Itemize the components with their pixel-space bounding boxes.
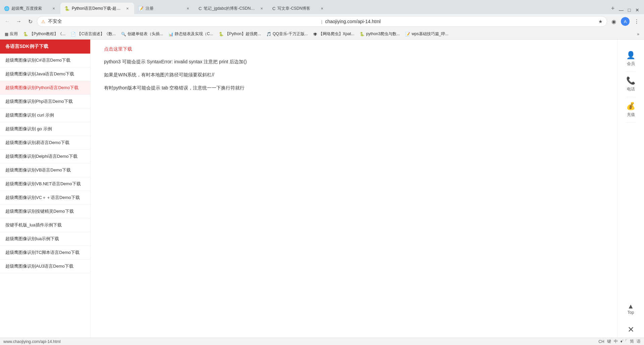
tab-title-tab1: 超级鹰_百度搜索 [11,6,49,11]
bookmark-item-7[interactable]: 🕷 【网络爬虫】Xpat... [311,30,357,38]
sidebar-item-7[interactable]: 超级鹰图像识别Delphi语言Demo下载 [0,150,90,163]
sidebar-item-9[interactable]: 超级鹰图像识别VB.NET语言Demo下载 [0,177,90,191]
page-content: 各语言SDK例子下载 超级鹰图像识别C#语言Demo下载超级鹰图像识别Java语… [0,40,644,338]
sidebar-item-3[interactable]: 超级鹰图像识别Php语言Demo下载 [0,95,90,109]
more-menu-icon[interactable]: ⋮ [632,17,641,26]
sidebar-item-0[interactable]: 超级鹰图像识别C#语言Demo下载 [0,54,90,67]
download-link[interactable]: 点击这里下载 [104,46,132,52]
tab-close-tab4[interactable]: ✕ [259,6,264,11]
bookmark-item-9[interactable]: 📝 wps基础技巧篇_哔... [403,30,450,38]
avatar[interactable]: A [621,17,630,26]
tab-tab2[interactable]: 🐍 Python语言Demo下载-超级鹰... ✕ [60,3,134,14]
sidebar-item-1[interactable]: 超级鹰图像识别Java语言Demo下载 [0,67,90,81]
tab-close-tab5[interactable]: ✕ [319,6,325,11]
bookmark-item-3[interactable]: 🔍 创建单链表（头插... [119,30,165,38]
sidebar-header: 各语言SDK例子下载 [0,40,90,54]
rs-icon-1: 📞 [626,76,635,85]
paragraph-1: 如果是WIN系统，有时本地图片路径可能须要双斜杠// [104,71,604,79]
bookmark-label-6: QQ音乐-千万正版... [273,31,308,37]
rs-item-1[interactable]: 📞 电话 [626,72,635,97]
rs-item-2[interactable]: 💰 充值 [626,97,635,123]
sidebar-item-10[interactable]: 超级鹰图像识别VC＋＋语言Demo下载 [0,191,90,205]
bookmarks-bar: ▦ 应用 🐍 【Python教程】《... 📄 【C语言描述】《数... 🔍 创… [0,29,644,40]
tab-bar: 🌐 超级鹰_百度搜索 ✕ 🐍 Python语言Demo下载-超级鹰... ✕ 📝… [0,0,644,14]
tab-favicon-tab2: 🐍 [64,6,70,11]
top-button[interactable]: ▲ Top [624,299,638,318]
bookmark-favicon-5: 🐍 [219,32,224,37]
tab-tab3[interactable]: 📝 注册 ✕ [134,3,195,14]
sidebar-item-15[interactable]: 超级鹰图像识别AU3语言Demo下载 [0,260,90,273]
rs-close-button[interactable]: ✕ [628,325,634,334]
close-button[interactable]: ✕ [635,7,640,13]
top-arrow-icon: ▲ [628,302,634,310]
sidebar-item-12[interactable]: 按键手机版_lua插件示例下载 [0,218,90,232]
tab-tab5[interactable]: C 写文章-CSDN博客 ✕ [268,3,329,14]
profile-icon[interactable]: A [621,17,630,26]
bookmark-favicon-4: 📊 [168,32,173,37]
status-right: CH 键 中 ♦'「 简 语 [598,339,641,344]
tab-favicon-tab3: 📝 [138,6,144,11]
bookmark-favicon-9: 📝 [405,32,410,37]
sidebar-item-5[interactable]: 超级鹰图像识别 go 示例 [0,122,90,136]
paragraphs-container: python3 可能会提示 SyntaxError: invalid synta… [104,58,604,92]
extensions-icon[interactable]: ◉ [609,17,619,26]
bookmark-item-2[interactable]: 📄 【C语言描述】《数... [69,30,118,38]
sidebar-item-11[interactable]: 超级鹰图像识别按键精灵Demo下载 [0,205,90,218]
paragraph-0: python3 可能会提示 SyntaxError: invalid synta… [104,58,604,66]
bookmark-label-8: python3爬虫与数... [366,31,400,37]
sidebar-item-4[interactable]: 超级鹰图像识别 curl 示例 [0,109,90,122]
address-box[interactable]: ⚠ 不安全 | chaojiying.com/api-14.html ★ [37,16,607,27]
tab-tab4[interactable]: C 笔记_jgdabc的博客-CSDN博客 ✕ [195,3,268,14]
browser-chrome: 🌐 超级鹰_百度搜索 ✕ 🐍 Python语言Demo下载-超级鹰... ✕ 📝… [0,0,644,40]
tab-favicon-tab5: C [272,6,275,11]
tab-favicon-tab1: 🌐 [4,6,9,11]
bookmark-label-2: 【C语言描述】《数... [77,31,116,37]
sidebar-item-2[interactable]: 超级鹰图像识别Python语言Demo下载 [0,81,90,95]
top-label: Top [628,310,634,315]
bookmark-item-1[interactable]: 🐍 【Python教程】《... [21,30,67,38]
bookmark-item-6[interactable]: 🎵 QQ音乐-千万正版... [264,30,310,38]
bookmark-label-1: 【Python教程】《... [30,31,65,37]
bookmark-favicon-3: 🔍 [121,32,126,37]
status-url: www.chaojiying.com/api-14.html [3,339,61,344]
right-sidebar: 👤 会员 📞 电话 💰 充值 ▲ Top ✕ [617,40,644,338]
tab-close-tab3[interactable]: ✕ [185,6,191,11]
bookmark-favicon-0: ▦ [5,32,8,37]
rs-label-2: 充值 [627,112,635,118]
sidebar-item-6[interactable]: 超级鹰图像识别易语言Demo下载 [0,136,90,150]
bookmark-item-5[interactable]: 🐍 【Python】超强爬... [217,30,263,38]
bookmark-favicon-1: 🐍 [23,32,28,37]
bookmark-label-5: 【Python】超强爬... [225,31,261,37]
sidebar-item-13[interactable]: 超级鹰图像识别lua示例下载 [0,232,90,246]
new-tab-button[interactable]: + [607,3,619,14]
tab-favicon-tab4: C [199,6,202,11]
security-icon: ⚠ [41,19,45,24]
tab-title-tab5: 写文章-CSDN博客 [277,6,317,11]
bookmark-favicon-2: 📄 [71,32,76,37]
bookmarks-more[interactable]: » [635,31,641,37]
bookmark-item-8[interactable]: 🐍 python3爬虫与数... [358,30,402,38]
minimize-button[interactable]: — [619,7,624,13]
security-label: 不安全 [48,18,319,24]
sidebar-item-14[interactable]: 超级鹰图像识别TC脚本语言Demo下载 [0,246,90,260]
bookmark-label-4: 静态链表及实现（C... [175,31,213,37]
bookmark-item-4[interactable]: 📊 静态链表及实现（C... [166,30,215,38]
rs-icon-0: 👤 [626,51,635,60]
tab-close-tab1[interactable]: ✕ [51,6,56,11]
rs-label-0: 会员 [627,61,635,67]
tab-tab1[interactable]: 🌐 超级鹰_百度搜索 ✕ [0,3,60,14]
maximize-button[interactable]: □ [627,7,632,13]
bookmark-label-3: 创建单链表（头插... [127,31,163,37]
address-icons: ★ [598,19,603,24]
reload-button[interactable]: ↻ [25,17,35,26]
rs-items-container: 👤 会员 📞 电话 💰 充值 [626,46,635,123]
sidebar-item-8[interactable]: 超级鹰图像识别VB语言Demo下载 [0,163,90,177]
rs-item-0[interactable]: 👤 会员 [626,46,635,72]
forward-button[interactable]: → [14,17,23,26]
bookmark-label-7: 【网络爬虫】Xpat... [319,31,355,37]
bookmark-item-0[interactable]: ▦ 应用 [3,30,20,38]
tab-close-tab2[interactable]: ✕ [125,6,130,11]
bookmark-star-icon[interactable]: ★ [598,19,603,24]
main-content: 点击这里下载 python3 可能会提示 SyntaxError: invali… [91,40,617,338]
back-button[interactable]: ← [3,17,12,26]
